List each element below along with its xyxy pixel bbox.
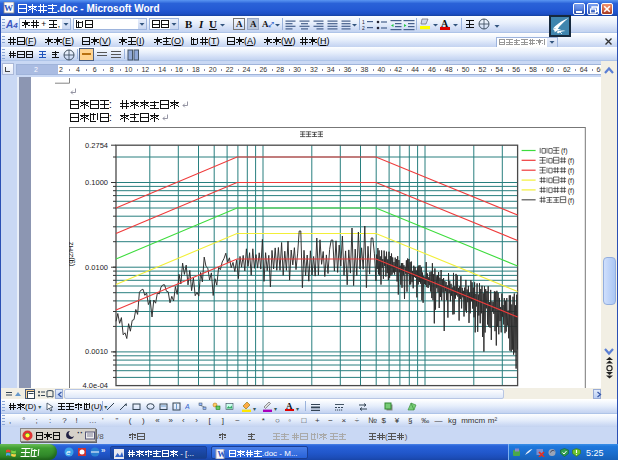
svg-text:0.0100: 0.0100: [85, 263, 108, 272]
svg-text:(f): (f): [568, 187, 575, 195]
svg-text:W: W: [4, 3, 13, 13]
svg-text:0.2754: 0.2754: [85, 141, 108, 150]
svg-text:e: e: [66, 448, 71, 457]
svg-text:0.0010: 0.0010: [85, 347, 108, 356]
svg-text:(f): (f): [568, 167, 575, 175]
svg-text:W: W: [217, 450, 225, 459]
svg-text:(g)2/Hz: (g)2/Hz: [69, 241, 75, 266]
svg-text:4.0e-04: 4.0e-04: [83, 381, 108, 388]
svg-text:(f): (f): [561, 147, 568, 155]
svg-text:(f): (f): [568, 177, 575, 185]
svg-text:(f): (f): [568, 157, 575, 165]
svg-text:2: 2: [362, 25, 365, 31]
svg-text:(f): (f): [568, 197, 575, 205]
svg-text:A: A: [185, 403, 190, 410]
svg-text:0.1000: 0.1000: [85, 178, 108, 187]
